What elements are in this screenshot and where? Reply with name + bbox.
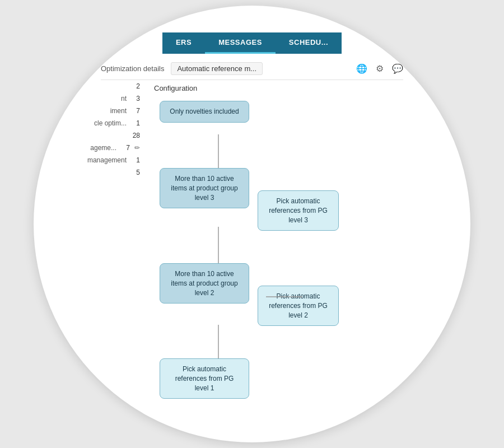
sidebar-item-count: 7 [121, 144, 130, 152]
tab-messages[interactable]: MESSAGES [205, 32, 276, 54]
node-pick-pg-level3[interactable]: Pick automatic references from PG level … [258, 190, 339, 231]
sidebar-item-5: 28 [67, 129, 140, 142]
breadcrumb[interactable]: Automatic reference m... [171, 62, 263, 75]
sidebar-item-3: iment 7 [67, 105, 140, 117]
node-pick-pg-level2[interactable]: Pick automatic references from PG level … [258, 286, 339, 326]
sidebar-item-label: management [87, 156, 127, 164]
globe-icon[interactable]: 🌐 [356, 63, 367, 74]
node-pg-level2-condition[interactable]: More than 10 active items at product gro… [160, 263, 249, 304]
sidebar-item-label: ageme... [90, 144, 116, 152]
tab-schedule[interactable]: SCHEDU... [276, 32, 342, 54]
sidebar-item-count: 7 [131, 107, 140, 115]
optimization-details-label: Optimization details [101, 64, 164, 73]
tab-ers[interactable]: ERS [162, 32, 205, 54]
sidebar-item-count: 1 [131, 119, 140, 127]
header-icons: 🌐 ⚙ 💬 [356, 63, 403, 74]
sidebar-item-count: 1 [131, 156, 140, 164]
sidebar-item-label: nt [121, 95, 127, 102]
sidebar-item-count: 5 [131, 169, 140, 176]
main-circle: ERS MESSAGES SCHEDU... Optimization deta… [34, 6, 470, 442]
sidebar-item-2: nt 3 [67, 92, 140, 105]
sidebar-item-label: iment [110, 107, 127, 115]
sidebar-item-6[interactable]: ageme... 7 ✏ [67, 142, 140, 154]
settings-icon[interactable]: ⚙ [374, 63, 385, 74]
sidebar-item-count: 2 [131, 82, 140, 90]
sidebar-item-8: 5 [67, 166, 140, 179]
sidebar-item-label: cle optim... [94, 119, 127, 127]
node-only-novelties[interactable]: Only novelties included [160, 101, 249, 123]
sidebar: 2 nt 3 iment 7 cle optim... 1 28 ageme..… [67, 80, 140, 179]
top-navigation: ERS MESSAGES SCHEDU... [34, 32, 470, 54]
header-bar: Optimization details Automatic reference… [101, 58, 403, 80]
sidebar-item-4: cle optim... 1 [67, 117, 140, 129]
node-pick-pg-level1[interactable]: Pick automatic references from PG level … [160, 358, 249, 399]
sidebar-item-count: 3 [131, 95, 140, 102]
sidebar-item-count: 28 [131, 132, 140, 139]
edit-icon[interactable]: ✏ [134, 144, 140, 152]
chat-icon[interactable]: 💬 [392, 63, 403, 74]
node-pg-level3-condition[interactable]: More than 10 active items at product gro… [160, 168, 249, 208]
sidebar-item-7: management 1 [67, 154, 140, 166]
sidebar-item-1: 2 [67, 80, 140, 92]
config-section-label: Configuration [154, 84, 197, 92]
